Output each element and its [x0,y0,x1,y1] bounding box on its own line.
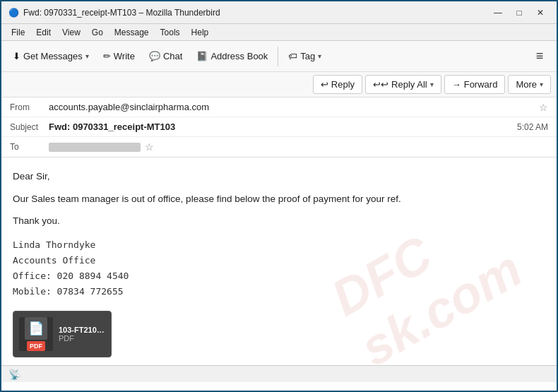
forward-button[interactable]: → Forward [444,75,506,94]
reply-label: Reply [331,79,355,90]
write-button[interactable]: ✏ Write [97,47,141,65]
more-arrow: ▾ [540,81,543,88]
to-label: To [10,142,49,152]
email-thanks: Thank you. [13,213,545,229]
menu-help[interactable]: Help [187,26,213,39]
more-label: More [516,79,537,90]
close-button[interactable]: ✕ [531,6,550,20]
subject-label: Subject [10,122,49,132]
write-label: Write [114,51,135,61]
menu-edit[interactable]: Edit [32,26,55,39]
menu-message[interactable]: Message [110,26,153,39]
email-time: 5:02 AM [517,122,548,132]
to-value-blurred [49,143,141,152]
reply-icon: ↩ [321,79,328,90]
email-content-area: ↩ Reply ↩↩ Reply All ▾ → Forward More ▾ … [1,72,557,365]
attachment-type: PDF [59,334,105,343]
address-book-icon: 📓 [196,51,208,61]
subject-field: Subject Fwd: 0970331_receipt-MT103 5:02 … [1,117,557,137]
minimize-button[interactable]: — [489,6,507,20]
reply-button[interactable]: ↩ Reply [313,75,362,94]
reply-all-button[interactable]: ↩↩ Reply All ▾ [365,75,441,94]
menu-go[interactable]: Go [88,26,107,39]
sig-name: Linda Thorndyke [13,237,545,253]
attachment-item[interactable]: 📄 PDF 103-FT21015QMMD... PDF [13,311,112,357]
title-bar-left: 🔵 Fwd: 0970331_receipt-MT103 – Mozilla T… [8,8,220,18]
from-value: accounts.payable@sinclairpharma.com [49,102,535,112]
get-messages-arrow: ▾ [85,52,89,60]
from-star-icon[interactable]: ☆ [539,102,548,113]
hamburger-button[interactable]: ≡ [528,45,551,68]
write-icon: ✏ [103,51,111,61]
get-messages-label: Get Messages [23,51,83,61]
pdf-file-icon: 📄 [28,321,44,336]
tag-label: Tag [300,51,315,61]
get-messages-button[interactable]: ⬇ Get Messages ▾ [7,47,95,65]
main-toolbar: ⬇ Get Messages ▾ ✏ Write 💬 Chat 📓 Addres… [1,41,557,72]
email-greeting: Dear Sir, [13,169,545,184]
tag-button[interactable]: 🏷 Tag ▾ [283,47,327,65]
sig-mobile: Mobile: 07834 772655 [13,284,545,299]
attachment-area: 📄 PDF 103-FT21015QMMD... PDF [13,311,545,357]
to-field: To ☆ [1,137,557,157]
sig-office: Office: 020 8894 4540 [13,268,545,284]
app-icon: 🔵 [8,8,19,18]
window-title: Fwd: 0970331_receipt-MT103 – Mozilla Thu… [23,8,220,18]
email-header: From accounts.payable@sinclairpharma.com… [1,97,557,158]
menu-tools[interactable]: Tools [156,26,184,39]
get-messages-icon: ⬇ [13,51,20,61]
menu-bar: File Edit View Go Message Tools Help [1,24,557,41]
chat-label: Chat [163,51,182,61]
address-book-button[interactable]: 📓 Address Book [191,47,273,65]
reply-all-arrow: ▾ [430,81,434,88]
tag-icon: 🏷 [288,51,297,61]
chat-icon: 💬 [149,51,160,61]
to-star-icon[interactable]: ☆ [145,141,154,153]
status-bar: 📡 [1,365,557,382]
attachment-thumbnail: 📄 PDF [19,317,53,351]
subject-value: Fwd: 0970331_receipt-MT103 [49,121,517,132]
sig-title: Accounts Office [13,253,545,268]
forward-icon: → [452,79,461,90]
status-icon: 📡 [8,369,20,380]
from-label: From [10,102,49,112]
menu-view[interactable]: View [58,26,85,39]
email-signature: Linda Thorndyke Accounts Office Office: … [13,237,545,299]
address-book-label: Address Book [210,51,268,61]
forward-label: Forward [464,79,498,90]
reply-all-icon: ↩↩ [373,79,388,90]
title-bar: 🔵 Fwd: 0970331_receipt-MT103 – Mozilla T… [1,1,557,24]
action-bar: ↩ Reply ↩↩ Reply All ▾ → Forward More ▾ [1,72,557,97]
menu-file[interactable]: File [7,26,29,39]
tag-arrow: ▾ [318,52,321,60]
maximize-button[interactable]: □ [510,6,528,20]
pdf-badge: PDF [27,341,45,351]
more-button[interactable]: More ▾ [508,75,551,94]
attachment-info: 103-FT21015QMMD... PDF [59,326,105,343]
chat-button[interactable]: 💬 Chat [143,47,188,65]
reply-all-label: Reply All [391,79,427,90]
email-body: Dear Sir, Our Sales team manager is out … [1,158,557,365]
title-bar-controls: — □ ✕ [489,6,550,20]
email-paragraph: Our Sales team manager is out of office,… [13,191,545,207]
from-field: From accounts.payable@sinclairpharma.com… [1,97,557,117]
attachment-name: 103-FT21015QMMD... [59,326,105,334]
toolbar-separator [278,47,278,66]
